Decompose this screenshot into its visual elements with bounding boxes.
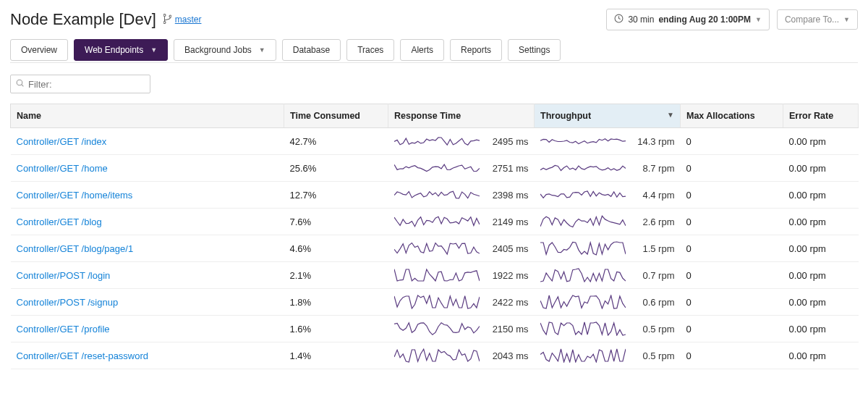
cell-max-alloc: 0 <box>681 182 783 209</box>
cell-response-time: 2495 ms <box>394 134 529 148</box>
compare-label: Compare To... <box>785 14 839 25</box>
col-header-time-consumed[interactable]: Time Consumed <box>284 104 388 128</box>
table-row: Controller/GET /home/items12.7%2398 ms4.… <box>11 182 859 209</box>
cell-response-time: 2405 ms <box>394 241 529 256</box>
endpoint-link[interactable]: Controller/GET /profile <box>17 324 110 335</box>
filter-input[interactable] <box>28 79 150 90</box>
cell-error-rate: 0.00 rpm <box>783 155 859 182</box>
cell-error-rate: 0.00 rpm <box>783 128 859 155</box>
cell-throughput: 14.3 rpm <box>540 134 675 148</box>
cell-response-time: 2422 ms <box>394 295 529 309</box>
svg-point-1 <box>17 80 22 85</box>
endpoints-table: Name Time Consumed Response Time Through… <box>10 104 859 369</box>
endpoint-link[interactable]: Controller/GET /home/items <box>17 190 133 201</box>
tab-reports[interactable]: Reports <box>450 39 502 61</box>
tab-web-endpoints[interactable]: Web Endpoints ▼ <box>74 39 168 61</box>
cell-max-alloc: 0 <box>681 342 783 369</box>
cell-response-time: 2398 ms <box>394 188 529 202</box>
cell-response-time: 2149 ms <box>394 214 529 229</box>
cell-error-rate: 0.00 rpm <box>783 209 859 235</box>
tab-database[interactable]: Database <box>282 39 341 61</box>
col-header-name[interactable]: Name <box>11 104 284 128</box>
col-header-throughput-label: Throughput <box>540 111 591 121</box>
endpoint-link[interactable]: Controller/POST /signup <box>17 297 119 308</box>
cell-max-alloc: 0 <box>681 316 783 342</box>
tab-traces[interactable]: Traces <box>346 39 394 61</box>
cell-response-time: 2043 ms <box>394 348 529 363</box>
table-row: Controller/GET /reset-password1.4%2043 m… <box>11 342 859 369</box>
col-header-error-rate[interactable]: Error Rate <box>783 104 859 128</box>
cell-max-alloc: 0 <box>681 262 783 289</box>
cell-max-alloc: 0 <box>681 289 783 316</box>
cell-response-time: 2150 ms <box>394 321 529 336</box>
table-row: Controller/GET /index42.7%2495 ms14.3 rp… <box>11 128 859 155</box>
cell-time-consumed: 1.4% <box>284 342 388 369</box>
cell-time-consumed: 25.6% <box>284 155 388 182</box>
cell-throughput: 0.7 rpm <box>540 268 675 282</box>
time-range-picker[interactable]: 30 min ending Aug 20 1:00PM ▼ <box>606 9 770 30</box>
cell-throughput: 8.7 rpm <box>540 161 675 175</box>
cell-time-consumed: 1.6% <box>284 316 388 342</box>
time-range-end: ending Aug 20 1:00PM <box>658 14 751 25</box>
tab-alerts[interactable]: Alerts <box>400 39 444 61</box>
table-row: Controller/GET /profile1.6%2150 ms0.5 rp… <box>11 316 859 342</box>
tab-background-jobs-label: Background Jobs <box>184 45 252 55</box>
page-title: Node Example [Dev] <box>10 10 156 29</box>
endpoint-link[interactable]: Controller/GET /home <box>17 163 108 174</box>
time-range-prefix: 30 min <box>628 14 654 25</box>
chevron-down-icon: ▼ <box>259 46 265 54</box>
tab-web-endpoints-label: Web Endpoints <box>85 45 143 55</box>
table-row: Controller/GET /blog7.6%2149 ms2.6 rpm00… <box>11 209 859 235</box>
chevron-down-icon: ▼ <box>843 16 850 23</box>
nav-tabs: Overview Web Endpoints ▼ Background Jobs… <box>10 39 858 63</box>
cell-throughput: 2.6 rpm <box>540 214 675 229</box>
cell-response-time: 1922 ms <box>394 268 529 282</box>
table-row: Controller/GET /home25.6%2751 ms8.7 rpm0… <box>11 155 859 182</box>
cell-time-consumed: 1.8% <box>284 289 388 316</box>
col-header-max-alloc[interactable]: Max Allocations <box>681 104 783 128</box>
cell-max-alloc: 0 <box>681 128 783 155</box>
cell-throughput: 0.6 rpm <box>540 295 675 309</box>
chevron-down-icon: ▼ <box>150 46 157 54</box>
cell-time-consumed: 12.7% <box>284 182 388 209</box>
tab-background-jobs[interactable]: Background Jobs ▼ <box>174 39 276 61</box>
branch-icon <box>163 14 171 26</box>
table-row: Controller/POST /signup1.8%2422 ms0.6 rp… <box>11 289 859 316</box>
search-icon <box>15 78 25 90</box>
tab-settings[interactable]: Settings <box>508 39 561 61</box>
table-row: Controller/GET /blog/page/14.6%2405 ms1.… <box>11 235 859 262</box>
cell-error-rate: 0.00 rpm <box>783 316 859 342</box>
tab-overview[interactable]: Overview <box>10 39 68 61</box>
branch-tag[interactable]: master <box>163 14 202 26</box>
endpoint-link[interactable]: Controller/GET /blog <box>17 216 102 227</box>
cell-time-consumed: 4.6% <box>284 235 388 262</box>
cell-throughput: 1.5 rpm <box>540 241 675 256</box>
cell-error-rate: 0.00 rpm <box>783 182 859 209</box>
endpoint-link[interactable]: Controller/GET /index <box>17 136 107 147</box>
cell-throughput: 4.4 rpm <box>540 188 675 202</box>
endpoint-link[interactable]: Controller/GET /reset-password <box>17 350 149 361</box>
branch-link[interactable]: master <box>175 14 202 25</box>
clock-icon <box>614 14 624 25</box>
cell-time-consumed: 7.6% <box>284 209 388 235</box>
cell-throughput: 0.5 rpm <box>540 321 675 336</box>
sort-desc-icon: ▼ <box>667 111 674 119</box>
cell-time-consumed: 42.7% <box>284 128 388 155</box>
table-row: Controller/POST /login2.1%1922 ms0.7 rpm… <box>11 262 859 289</box>
col-header-throughput[interactable]: Throughput ▼ <box>535 104 681 128</box>
filter-box[interactable] <box>10 75 150 93</box>
cell-max-alloc: 0 <box>681 235 783 262</box>
cell-error-rate: 0.00 rpm <box>783 342 859 369</box>
cell-error-rate: 0.00 rpm <box>783 289 859 316</box>
compare-picker[interactable]: Compare To... ▼ <box>777 9 858 30</box>
cell-response-time: 2751 ms <box>394 161 529 175</box>
endpoint-link[interactable]: Controller/POST /login <box>17 270 111 281</box>
cell-max-alloc: 0 <box>681 155 783 182</box>
cell-error-rate: 0.00 rpm <box>783 235 859 262</box>
cell-throughput: 0.5 rpm <box>540 348 675 363</box>
cell-max-alloc: 0 <box>681 209 783 235</box>
cell-time-consumed: 2.1% <box>284 262 388 289</box>
chevron-down-icon: ▼ <box>755 16 762 23</box>
col-header-response-time[interactable]: Response Time <box>388 104 535 128</box>
endpoint-link[interactable]: Controller/GET /blog/page/1 <box>17 243 134 254</box>
